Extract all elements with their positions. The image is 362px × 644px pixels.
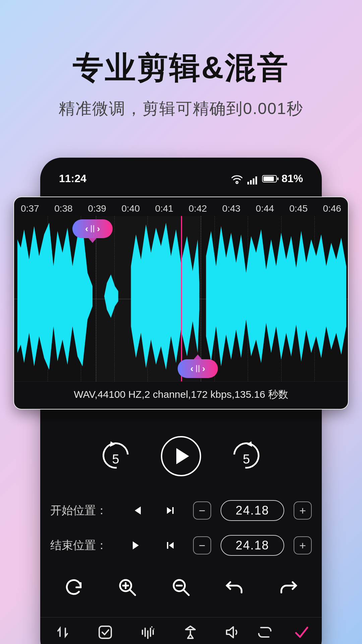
end-position-row: 结束位置： − 24.18 + (50, 528, 312, 563)
svg-point-10 (153, 629, 154, 630)
time-tick: 0:46 (323, 203, 341, 214)
tab-effects[interactable]: 音效 (127, 624, 169, 644)
wifi-icon (231, 174, 243, 183)
check-icon (293, 624, 309, 640)
time-tick: 0:37 (21, 203, 39, 214)
selection-start-handle[interactable]: ‹ › (72, 219, 113, 238)
promo-title: 专业剪辑&混音 (73, 47, 289, 89)
selection-range[interactable] (96, 216, 201, 381)
playhead[interactable] (181, 216, 182, 381)
edit-tools-row (40, 577, 322, 598)
chevron-left-icon: ‹ (188, 363, 196, 374)
start-decrement-button[interactable]: − (193, 501, 211, 520)
time-tick: 0:43 (222, 203, 241, 214)
nudge-end-left-icon[interactable] (164, 539, 177, 552)
time-ruler: 0:37 0:38 0:39 0:40 0:41 0:42 0:43 0:44 … (14, 197, 348, 216)
undo-icon[interactable] (224, 577, 245, 598)
tab-trim-selected[interactable]: 剪辑已选 (84, 624, 127, 644)
signal-icon (247, 175, 257, 183)
jump-to-start-icon[interactable] (130, 504, 143, 517)
start-position-label: 开始位置： (50, 503, 114, 518)
play-button[interactable] (161, 436, 201, 476)
audio-info: WAV,44100 HZ,2 channel,172 kbps,135.16 秒… (14, 381, 348, 409)
start-position-row: 开始位置： − 24.18 + (50, 493, 312, 528)
svg-rect-1 (250, 180, 252, 184)
volume-icon (225, 624, 241, 640)
start-position-value[interactable]: 24.18 (221, 500, 284, 521)
playback-controls: 5 5 (40, 436, 322, 476)
end-decrement-button[interactable]: − (193, 536, 211, 554)
zoom-out-icon[interactable] (171, 577, 191, 598)
bottom-tab-bar: 升降调 剪辑已选 音效 降噪 音量 重 保存 (40, 617, 322, 644)
end-position-value[interactable]: 24.18 (221, 535, 284, 556)
time-tick: 0:41 (155, 203, 174, 214)
status-time: 11:24 (59, 172, 86, 185)
battery-icon (262, 175, 277, 182)
play-icon (176, 448, 189, 464)
denoise-icon (182, 624, 198, 640)
end-position-label: 结束位置： (50, 538, 114, 553)
chevron-right-icon: › (199, 363, 208, 374)
tab-denoise[interactable]: 降噪 (169, 624, 212, 644)
pitch-icon (55, 624, 71, 640)
chevron-left-icon: ‹ (82, 223, 91, 234)
time-tick: 0:45 (289, 203, 308, 214)
start-increment-button[interactable]: + (294, 501, 312, 520)
zoom-in-icon[interactable] (117, 577, 138, 598)
time-tick: 0:40 (121, 203, 140, 214)
chevron-right-icon: › (94, 223, 103, 234)
redo-icon[interactable] (278, 577, 299, 598)
forward-5-button[interactable]: 5 (231, 441, 261, 471)
status-bar: 11:24 81% (52, 172, 310, 193)
svg-rect-4 (172, 507, 174, 514)
waveform-panel: 0:37 0:38 0:39 0:40 0:41 0:42 0:43 0:44 … (13, 197, 349, 410)
svg-rect-2 (253, 178, 254, 184)
svg-point-9 (151, 626, 153, 628)
battery-percent: 81% (282, 172, 303, 185)
svg-rect-0 (247, 182, 249, 184)
svg-rect-8 (99, 626, 111, 638)
time-tick: 0:44 (256, 203, 274, 214)
end-increment-button[interactable]: + (294, 536, 312, 554)
selection-end-handle[interactable]: ‹ › (178, 359, 218, 378)
repeat-icon (257, 624, 273, 640)
effects-icon (140, 624, 156, 640)
nudge-start-right-icon[interactable] (164, 504, 177, 517)
tab-save[interactable]: 保存 (282, 624, 320, 644)
svg-rect-5 (167, 542, 168, 549)
time-tick: 0:39 (88, 203, 106, 214)
promo-subtitle: 精准微调，剪辑可精确到0.001秒 (59, 98, 303, 119)
svg-rect-3 (255, 176, 257, 184)
waveform-area[interactable]: ‹ › ‹ › (14, 216, 348, 381)
rewind-5-button[interactable]: 5 (101, 441, 131, 471)
tab-repeat-partial[interactable]: 重 (254, 624, 282, 644)
tab-pitch[interactable]: 升降调 (42, 624, 84, 644)
check-box-icon (97, 624, 113, 640)
phone-frame: 11:24 81% 0:37 0:38 0:39 0:40 0:41 0:42 … (40, 158, 322, 644)
time-tick: 0:42 (189, 203, 207, 214)
time-tick: 0:38 (54, 203, 73, 214)
tab-volume[interactable]: 音量 (212, 624, 254, 644)
jump-to-end-icon[interactable] (130, 539, 143, 552)
reset-zoom-icon[interactable] (63, 577, 84, 598)
